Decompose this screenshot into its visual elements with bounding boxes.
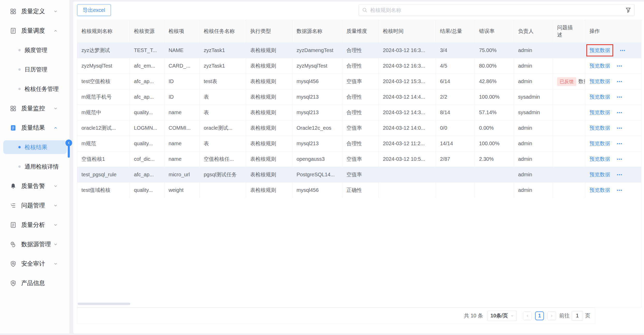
search-input[interactable] — [370, 7, 625, 13]
sidebar-item-quality-alerts[interactable]: 质量告警 — [0, 176, 70, 196]
sidebar-collapse-handle[interactable] — [65, 140, 73, 158]
table-row[interactable]: zyzMysqlTestafc_em...CARD_...zyzTask1表检核… — [77, 58, 641, 74]
more-actions-icon[interactable]: ••• — [620, 48, 626, 53]
sidebar-item-general-check-details[interactable]: 通用检核详情 — [3, 157, 67, 176]
grid-icon — [10, 8, 17, 15]
search-box[interactable] — [359, 4, 635, 16]
collapse-chevron-left-icon[interactable] — [65, 140, 72, 146]
column-header: 检核规则名称 — [77, 20, 130, 42]
export-excel-button[interactable]: 导出excel — [77, 4, 111, 16]
preview-data-link[interactable]: 预览数据 — [589, 47, 610, 53]
prev-page-button[interactable] — [523, 311, 532, 320]
sidebar-item-issue-management[interactable]: 问题管理 — [0, 196, 70, 215]
preview-data-link[interactable]: 预览数据 — [589, 156, 610, 163]
next-page-button[interactable] — [547, 311, 556, 320]
more-actions-icon[interactable]: ••• — [617, 64, 623, 68]
table-cell — [200, 183, 246, 198]
table-row[interactable]: test_pgsql_ruleafc_ap...micro_urlpgsql测试… — [77, 167, 641, 182]
more-actions-icon[interactable]: ••• — [617, 95, 623, 99]
sidebar-item-check-task-management[interactable]: 检核任务管理 — [3, 79, 67, 99]
sidebar-item-quality-monitoring[interactable]: 质量监控 — [0, 99, 70, 118]
table-cell: test值域检核 — [77, 183, 130, 198]
more-actions-icon[interactable]: ••• — [617, 172, 623, 177]
goto-page-input[interactable] — [572, 311, 583, 321]
table-cell: quality... — [130, 136, 164, 151]
table-cell: LOGMN... — [130, 120, 164, 136]
sidebar-item-datasource-management[interactable]: 数据源管理 — [0, 235, 70, 254]
more-actions-icon[interactable]: ••• — [617, 157, 623, 161]
page-number-button-1[interactable]: 1 — [535, 311, 544, 320]
chevron-down-icon — [54, 262, 58, 266]
problem-description-cell — [553, 136, 585, 151]
sidebar-item-label: 质量定义 — [21, 7, 45, 15]
bullet-icon — [18, 88, 21, 90]
bullet-icon — [18, 49, 21, 51]
more-actions-icon[interactable]: ••• — [617, 110, 623, 115]
preview-data-link[interactable]: 预览数据 — [589, 171, 610, 178]
more-actions-icon[interactable]: ••• — [617, 126, 623, 130]
table-row[interactable]: m规范quality...name表表检核规则mysql213合理性2024-0… — [77, 136, 641, 151]
sidebar-item-check-results[interactable]: 检核结果 — [3, 137, 67, 157]
sidebar-item-label: 日历管理 — [25, 66, 47, 74]
actions-cell: 预览数据••• — [585, 136, 641, 151]
table-cell: zyzMysqlTest — [77, 58, 130, 74]
table-cell: test空值检核 — [77, 74, 130, 89]
table-cell: sysadmin — [514, 89, 553, 105]
sidebar-item-label: 检核结果 — [25, 143, 47, 151]
actions-cell: 预览数据••• — [585, 167, 641, 182]
table-row[interactable]: zyz达梦测试TEST_T...NAMEzyzTask1表检核规则zyzDame… — [77, 42, 641, 58]
actions-cell: 预览数据••• — [585, 74, 641, 89]
sidebar-item-quality-definition[interactable]: 质量定义 — [0, 2, 70, 21]
more-actions-icon[interactable]: ••• — [617, 79, 623, 84]
table-row[interactable]: test值域检核quality...weight表检核规则mysql456正确性… — [77, 182, 641, 198]
preview-data-link[interactable]: 预览数据 — [589, 140, 610, 147]
doc-icon — [10, 27, 17, 34]
table-row[interactable]: oracle12测试...LOGMN...COMMI...oracle测试...… — [77, 120, 641, 136]
table-cell: 正确性 — [342, 183, 379, 198]
preview-data-link[interactable]: 预览数据 — [589, 78, 610, 85]
table-cell: ID — [164, 74, 200, 89]
more-actions-icon[interactable]: ••• — [617, 141, 623, 146]
sidebar: 质量定义质量调度频度管理日历管理检核任务管理质量监控质量结果检核结果通用检核详情… — [0, 0, 70, 333]
table-cell: 空值率 — [342, 74, 379, 89]
actions-cell: 预览数据••• — [585, 183, 641, 198]
sidebar-item-quality-schedule[interactable]: 质量调度 — [0, 21, 70, 40]
preview-data-link[interactable]: 预览数据 — [589, 125, 610, 132]
actions-cell: 预览数据••• — [585, 89, 641, 105]
sidebar-item-security-audit[interactable]: 安全审计 — [0, 254, 70, 273]
problem-description-cell: 已反馈数据 — [553, 74, 585, 89]
sidebar-item-label: 检核任务管理 — [25, 85, 59, 93]
horizontal-scrollbar-thumb[interactable] — [78, 303, 130, 305]
preview-data-link[interactable]: 预览数据 — [589, 187, 610, 194]
column-header: 质量维度 — [342, 20, 379, 42]
doc-blue-icon — [10, 125, 17, 131]
column-header: 错误率 — [475, 20, 514, 42]
table-cell: 表检核规则 — [246, 105, 292, 120]
table-cell: opengauss3 — [292, 151, 342, 167]
table-row[interactable]: test空值检核afc_ap...IDtest表表检核规则mysql456空值率… — [77, 74, 641, 89]
sidebar-item-product-info[interactable]: 产品信息 — [0, 273, 70, 293]
sidebar-item-quality-results[interactable]: 质量结果 — [0, 118, 70, 137]
table-cell: m规范手机号 — [77, 89, 130, 105]
table-row[interactable]: m规范手机号afc_ap...ID表表检核规则mysql213合理性2024-0… — [77, 89, 641, 105]
table-row[interactable]: m规范中quality...name表表检核规则mysql213合理性2024-… — [77, 105, 641, 120]
chevron-left-icon — [526, 314, 529, 318]
table-cell: 42.86% — [475, 74, 514, 89]
sidebar-item-frequency-management[interactable]: 频度管理 — [3, 40, 67, 60]
more-actions-icon[interactable]: ••• — [617, 188, 623, 192]
table-cell: cof_dic... — [130, 151, 164, 167]
sidebar-item-quality-analysis[interactable]: 质量分析 — [0, 215, 70, 235]
sidebar-item-calendar-management[interactable]: 日历管理 — [3, 60, 67, 79]
table-row[interactable]: 空值检核1cof_dic...name空值检核任...表检核规则opengaus… — [77, 151, 641, 167]
filter-icon[interactable] — [625, 7, 631, 13]
sidebar-menu: 质量定义质量调度频度管理日历管理检核任务管理质量监控质量结果检核结果通用检核详情… — [0, 0, 70, 293]
page-size-select[interactable]: 10条/页 — [488, 311, 517, 321]
table-cell: 空值率 — [342, 151, 379, 167]
table-cell: admin — [514, 58, 553, 74]
table-cell: 100.00% — [475, 136, 514, 151]
table-cell: 6/14 — [436, 74, 475, 89]
preview-data-link[interactable]: 预览数据 — [589, 109, 610, 116]
preview-data-link[interactable]: 预览数据 — [589, 93, 610, 100]
bell-icon — [10, 183, 17, 190]
preview-data-link[interactable]: 预览数据 — [589, 62, 610, 69]
